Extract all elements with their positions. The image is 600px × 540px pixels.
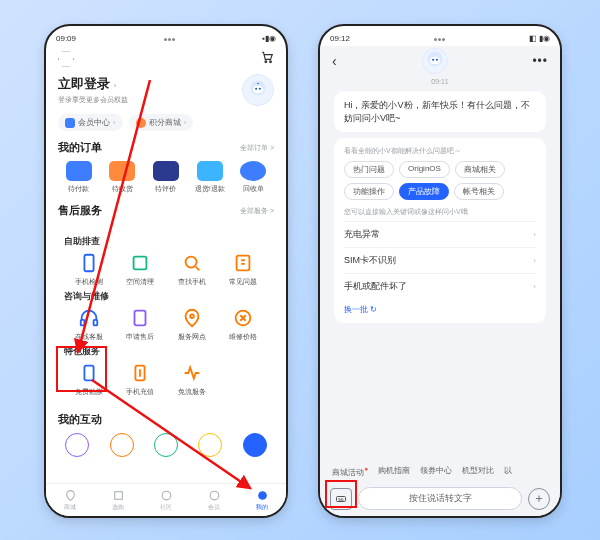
- sugg-2[interactable]: 购机指南: [378, 465, 410, 478]
- pill-member-center[interactable]: 会员中心›: [58, 114, 123, 131]
- tab-community[interactable]: 社区: [142, 484, 190, 516]
- status-indicators: [163, 34, 175, 43]
- faq-sim[interactable]: SIM卡不识别›: [344, 247, 536, 273]
- interact-2[interactable]: [100, 433, 142, 457]
- sugg-5[interactable]: 以: [504, 465, 512, 478]
- orders-more[interactable]: 全部订单 >: [240, 143, 274, 153]
- group-selfcheck: 自助排查: [64, 236, 268, 248]
- ring-icon: [110, 433, 134, 457]
- find-icon: [181, 252, 203, 274]
- robot-icon: [249, 79, 267, 101]
- chip-originos[interactable]: OriginOS: [399, 161, 450, 178]
- refund-icon: [197, 161, 223, 181]
- svg-point-0: [265, 61, 267, 63]
- svc-online-cs[interactable]: 在线客服: [64, 307, 114, 342]
- order-pending-receive[interactable]: 待收货: [102, 161, 144, 194]
- header: [46, 46, 286, 72]
- status-time: 09:12: [330, 34, 350, 43]
- login-block[interactable]: 立即登录 › 登录享受更多会员权益: [58, 74, 128, 105]
- ring-icon: [243, 433, 267, 457]
- tab-bar: 商城 选购 社区 会员 我的: [46, 483, 286, 516]
- robot-icon: [426, 50, 444, 72]
- section-interact: 我的互动: [58, 413, 274, 427]
- order-refund[interactable]: 退货/退款: [189, 161, 231, 194]
- svg-point-23: [429, 57, 440, 65]
- chat-timestamp: 09:11: [320, 78, 560, 85]
- sugg-1[interactable]: 商城活动●: [332, 465, 368, 478]
- order-recycle[interactable]: 回收单: [232, 161, 274, 194]
- tab-buy[interactable]: 选购: [94, 484, 142, 516]
- sugg-3[interactable]: 领券中心: [420, 465, 452, 478]
- svg-rect-7: [84, 255, 93, 272]
- broom-icon: [129, 252, 151, 274]
- chip-function[interactable]: 功能操作: [344, 183, 394, 200]
- group-consult: 咨询与维修: [64, 291, 268, 303]
- svg-rect-18: [114, 491, 122, 499]
- sugg-4[interactable]: 机型对比: [462, 465, 494, 478]
- status-time: 09:09: [56, 34, 76, 43]
- tab-shop[interactable]: 商城: [46, 484, 94, 516]
- truck-icon: [109, 161, 135, 181]
- aftersale-more[interactable]: 全部服务 >: [240, 206, 274, 216]
- pill-points-mall[interactable]: 积分商城›: [129, 114, 194, 131]
- more-button[interactable]: •••: [532, 54, 548, 68]
- options-bubble: 看看全能的小V都能解决什么问题吧～ 热门问题 OriginOS 商城相关 功能操…: [334, 138, 546, 323]
- interact-1[interactable]: [56, 433, 98, 457]
- svc-phone-check[interactable]: 手机检测: [64, 252, 114, 287]
- guide-text: 看看全能的小V都能解决什么问题吧～: [344, 146, 536, 156]
- chip-account[interactable]: 帐号相关: [454, 183, 504, 200]
- faq-broken[interactable]: 手机或配件坏了›: [344, 273, 536, 299]
- svc-service-center[interactable]: 服务网点: [167, 307, 217, 342]
- avatar[interactable]: [242, 74, 274, 106]
- recycle-icon: [240, 161, 266, 181]
- add-button[interactable]: ＋: [528, 488, 550, 510]
- chevron-right-icon: ›: [114, 81, 117, 90]
- svc-apply-aftersale[interactable]: 申请售后: [116, 307, 166, 342]
- coin-icon: [136, 118, 146, 128]
- interact-row: [56, 433, 276, 457]
- svg-point-5: [259, 88, 261, 90]
- svg-point-3: [253, 86, 264, 94]
- svg-point-19: [162, 491, 171, 500]
- annotation-box-online-cs: [56, 346, 107, 392]
- ring-icon: [198, 433, 222, 457]
- order-pending-pay[interactable]: 待付款: [58, 161, 100, 194]
- svc-recharge[interactable]: 手机充值: [116, 362, 166, 397]
- interact-4[interactable]: [189, 433, 231, 457]
- svc-cleanup[interactable]: 空间清理: [116, 252, 166, 287]
- status-right: ◧ ▮◉: [529, 34, 550, 43]
- section-aftersale: 售后服务全部服务 >: [58, 204, 274, 218]
- cart-icon[interactable]: [260, 50, 274, 68]
- svg-point-14: [190, 314, 194, 318]
- svc-free-data[interactable]: 免流服务: [167, 362, 217, 397]
- interact-5[interactable]: [234, 433, 276, 457]
- status-right: ▪▮◉: [262, 34, 276, 43]
- svg-rect-13: [135, 311, 146, 326]
- phone-left: 09:09 ▪▮◉ 立即登录 › 登录享受更多会员权益: [44, 24, 288, 518]
- svg-point-6: [257, 83, 259, 85]
- svc-faq[interactable]: 常见问题: [219, 252, 269, 287]
- chip-product-fault[interactable]: 产品故障: [399, 183, 449, 200]
- chip-row: 热门问题 OriginOS 商城相关 功能操作 产品故障 帐号相关: [344, 161, 536, 200]
- tab-member[interactable]: 会员: [190, 484, 238, 516]
- login-subtitle: 登录享受更多会员权益: [58, 95, 128, 105]
- svg-point-24: [432, 59, 434, 61]
- interact-3[interactable]: [145, 433, 187, 457]
- section-orders: 我的订单全部订单 >: [58, 141, 274, 155]
- svg-rect-12: [93, 320, 97, 326]
- svc-find-phone[interactable]: 查找手机: [167, 252, 217, 287]
- diamond-icon: [65, 118, 75, 128]
- chip-mall[interactable]: 商城相关: [455, 161, 505, 178]
- tab-mine[interactable]: 我的: [238, 484, 286, 516]
- svg-point-4: [255, 88, 257, 90]
- faq-charging[interactable]: 充电异常›: [344, 221, 536, 247]
- order-pending-review[interactable]: 待评价: [145, 161, 187, 194]
- back-button[interactable]: ‹: [332, 53, 337, 69]
- svc-repair-price[interactable]: 维修价格: [219, 307, 269, 342]
- phone-check-icon: [78, 252, 100, 274]
- swap-button[interactable]: 换一批 ↻: [344, 304, 536, 315]
- settings-hex-icon[interactable]: [58, 51, 74, 67]
- ring-icon: [154, 433, 178, 457]
- voice-input[interactable]: 按住说话转文字: [358, 487, 522, 510]
- chip-hot[interactable]: 热门问题: [344, 161, 394, 178]
